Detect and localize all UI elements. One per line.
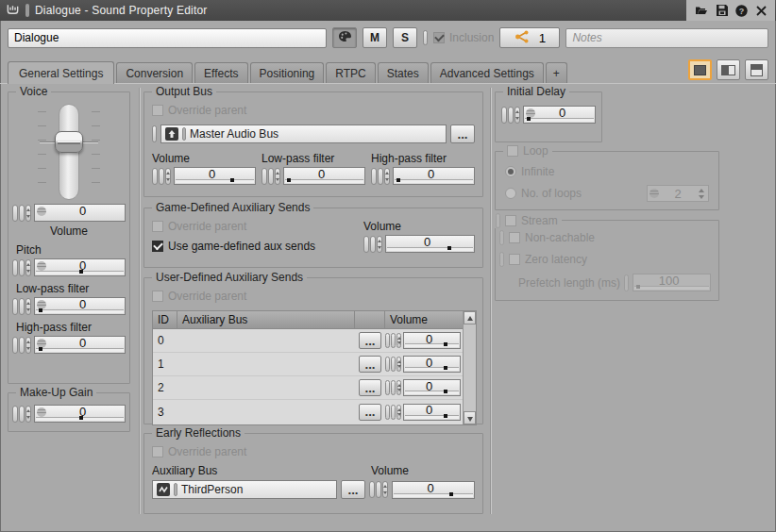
row-browse-button[interactable]: ... <box>359 356 381 373</box>
tab-positioning[interactable]: Positioning <box>250 62 325 83</box>
tab-conversion[interactable]: Conversion <box>116 62 193 83</box>
er-bus-label: Auxiliary Bus <box>152 464 371 477</box>
er-aux-bus-field[interactable]: ThirdPerson <box>152 480 337 499</box>
makeup-gain-rtpc-pills[interactable] <box>12 406 31 423</box>
help-icon[interactable]: ? <box>735 5 748 17</box>
fader-handle[interactable] <box>55 131 83 153</box>
makeup-gain-group: Make-Up Gain 0 <box>8 392 130 432</box>
output-volume-field[interactable]: 0 <box>174 167 256 185</box>
output-bus-browse-button[interactable]: ... <box>450 125 475 143</box>
voice-lowpass-field[interactable]: 0 <box>34 297 126 315</box>
randomizer-icon[interactable] <box>37 261 46 271</box>
infinite-label: Infinite <box>521 165 554 178</box>
output-highpass-label: High-pass filter <box>371 152 475 165</box>
row-volume-field[interactable]: 0 <box>403 332 461 349</box>
row-volume-field[interactable]: 0 <box>403 404 461 421</box>
randomizer-icon[interactable] <box>526 108 535 118</box>
col-browse-header[interactable] <box>355 311 385 328</box>
er-volume-rtpc-pills[interactable] <box>369 481 388 498</box>
row-browse-button[interactable]: ... <box>359 404 381 421</box>
randomizer-icon[interactable] <box>37 207 46 216</box>
voice-highpass-rtpc-pills[interactable] <box>12 337 31 354</box>
tab-rtpc[interactable]: RTPC <box>326 62 375 83</box>
voice-volume-label: Volume <box>8 224 129 238</box>
row-browse-button[interactable]: ... <box>359 332 381 349</box>
row-volume-rtpc-pills[interactable] <box>385 357 401 372</box>
col-id-header[interactable]: ID <box>153 311 177 328</box>
user-aux-row-0[interactable]: 0 ... 0 <box>153 329 476 353</box>
output-volume-rtpc-pills[interactable] <box>152 168 171 185</box>
voice-highpass-field[interactable]: 0 <box>34 336 126 354</box>
inclusion-control: Inclusion <box>433 31 494 44</box>
layout-split-horizontal-button[interactable] <box>745 59 768 80</box>
user-aux-row-2[interactable]: 2 ... 0 <box>153 376 476 400</box>
color-button[interactable] <box>332 27 357 48</box>
randomizer-icon[interactable] <box>37 300 46 309</box>
user-aux-override-checkbox <box>152 291 163 302</box>
mute-button[interactable]: M <box>363 27 387 48</box>
col-bus-header[interactable]: Auxiliary Bus <box>177 311 355 328</box>
open-icon[interactable] <box>695 5 708 16</box>
row-volume-rtpc-pills[interactable] <box>385 380 401 395</box>
col-volume-header[interactable]: Volume <box>385 311 463 328</box>
er-volume-field[interactable]: 0 <box>392 481 475 499</box>
solo-button[interactable]: S <box>393 27 417 48</box>
table-scrollbar[interactable] <box>463 311 476 424</box>
close-icon[interactable] <box>756 6 767 16</box>
use-game-aux-checkbox[interactable] <box>152 241 163 252</box>
output-lowpass-field[interactable]: 0 <box>283 167 365 185</box>
game-aux-volume-field[interactable]: 0 <box>385 235 475 253</box>
non-cachable-checkbox <box>509 232 520 243</box>
toolbar: M S Inclusion 1 <box>0 21 776 55</box>
scroll-down-icon[interactable] <box>464 411 476 424</box>
tabs: General Settings Conversion Effects Posi… <box>8 61 569 83</box>
tab-add[interactable]: + <box>546 62 567 83</box>
game-aux-volume-rtpc-pills[interactable] <box>363 236 382 253</box>
output-bus-override-label: Override parent <box>168 104 246 117</box>
voice-volume-field[interactable]: 0 <box>34 204 126 222</box>
voice-group-title: Voice <box>16 85 51 98</box>
er-aux-bus-name: ThirdPerson <box>181 483 243 496</box>
object-name-input[interactable] <box>8 28 327 48</box>
scroll-up-icon[interactable] <box>464 311 476 324</box>
tab-states[interactable]: States <box>378 62 429 83</box>
voice-lowpass-rtpc-pills[interactable] <box>12 298 31 315</box>
prefetch-label: Prefetch length (ms) <box>518 276 620 290</box>
row-volume-rtpc-pills[interactable] <box>385 333 401 348</box>
voice-pitch-rtpc-pills[interactable] <box>12 259 31 276</box>
initial-delay-rtpc-pills[interactable] <box>501 107 520 124</box>
row-volume-field[interactable]: 0 <box>403 379 461 396</box>
output-highpass-rtpc-pills[interactable] <box>371 168 390 185</box>
initial-delay-field[interactable]: 0 <box>523 106 596 124</box>
notes-input[interactable] <box>565 28 768 48</box>
output-highpass-field[interactable]: 0 <box>393 167 475 185</box>
save-icon[interactable] <box>717 5 728 16</box>
user-aux-row-3[interactable]: 3 ... 0 <box>153 400 476 424</box>
output-bus-link-pill[interactable] <box>152 125 157 142</box>
er-browse-button[interactable]: ... <box>341 480 365 499</box>
tab-advanced-settings[interactable]: Advanced Settings <box>430 62 544 83</box>
output-lowpass-rtpc-pills[interactable] <box>261 168 280 185</box>
er-volume-label: Volume <box>371 464 409 477</box>
output-bus-field[interactable]: Master Audio Bus <box>160 125 447 143</box>
makeup-gain-field[interactable]: 0 <box>34 405 126 423</box>
row-browse-button[interactable]: ... <box>359 379 381 396</box>
share-icon <box>515 30 530 46</box>
initial-delay-group: Initial Delay 0 <box>495 91 602 142</box>
user-aux-table: ID Auxiliary Bus Volume 0 ... 0 1 <box>152 310 477 425</box>
randomizer-icon[interactable] <box>37 407 46 417</box>
tab-general-settings[interactable]: General Settings <box>8 61 114 84</box>
row-volume-rtpc-pills[interactable] <box>385 405 401 420</box>
references-button[interactable]: 1 <box>499 27 560 48</box>
randomizer-icon[interactable] <box>37 339 46 348</box>
voice-volume-rtpc-pills[interactable] <box>12 205 31 222</box>
voice-pitch-field[interactable]: 0 <box>34 258 126 276</box>
layout-single-button[interactable] <box>688 59 712 80</box>
sound-property-editor-window: { "titlebar": { "title": "Dialogue - Sou… <box>0 0 776 532</box>
row-volume-field[interactable]: 0 <box>403 356 461 373</box>
tab-effects[interactable]: Effects <box>194 62 247 83</box>
layout-split-vertical-button[interactable] <box>717 59 740 80</box>
user-aux-row-1[interactable]: 1 ... 0 <box>153 353 476 376</box>
stream-group: Stream Non-cachable Zero latency Prefetc… <box>495 220 719 301</box>
bus-field-grip <box>174 483 177 496</box>
